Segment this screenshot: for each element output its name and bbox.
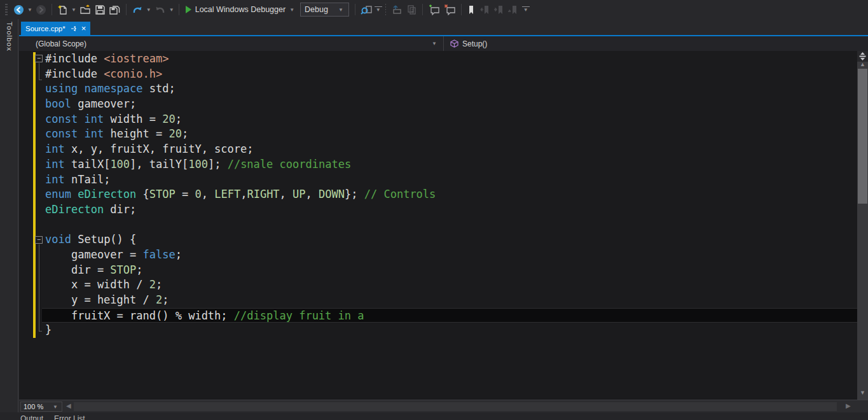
method-cube-icon <box>450 39 458 48</box>
panel-tab-output[interactable]: Output <box>20 414 43 420</box>
fold-toggle-includes[interactable]: − <box>35 55 43 62</box>
document-tab-title: Source.cpp* <box>25 25 65 32</box>
toolbar-overflow-button[interactable]: ▼ <box>522 6 530 13</box>
save-all-icon <box>109 4 121 15</box>
add-item-button[interactable] <box>78 2 93 17</box>
editor-splitter-handle[interactable] <box>857 51 868 62</box>
bookmark-icon <box>467 4 476 15</box>
code-lines: #include <iostream>#include <conio.h>usi… <box>19 52 868 338</box>
fold-guide-setup <box>39 244 39 331</box>
toggle-bookmark-button[interactable] <box>465 2 478 17</box>
code-line[interactable]: } <box>42 323 857 338</box>
save-icon <box>95 4 106 15</box>
solution-config-value: Debug <box>305 5 328 14</box>
code-line[interactable]: enum eDirecton {STOP = 0, LEFT,RIGHT, UP… <box>42 187 857 202</box>
code-line[interactable]: int x, y, fruitX, fruitY, score; <box>42 142 857 157</box>
run-config-dropdown[interactable]: ▼ <box>288 7 296 13</box>
copy-item-icon <box>406 4 417 15</box>
fold-guide-includes <box>39 63 39 80</box>
undo-button[interactable] <box>130 2 145 17</box>
scroll-down-arrow[interactable]: ▼ <box>857 388 868 398</box>
code-editor[interactable]: #include <iostream>#include <conio.h>usi… <box>19 51 868 400</box>
save-all-button[interactable] <box>107 2 123 17</box>
copy-item-button[interactable] <box>404 2 419 17</box>
redo-icon <box>155 4 166 15</box>
attach-process-dropdown[interactable]: ▼ <box>375 6 382 13</box>
save-button[interactable] <box>93 2 107 17</box>
code-line[interactable]: #include <conio.h> <box>42 67 857 82</box>
code-line[interactable]: using namespace std; <box>42 81 857 97</box>
toolbar-grip[interactable] <box>5 4 8 15</box>
prev-bookmark-button[interactable] <box>478 2 492 17</box>
code-line[interactable]: int nTail; <box>42 172 857 188</box>
code-line[interactable]: eDirecton dir; <box>42 202 857 218</box>
bottom-panel-tab-strip: Output Error List <box>0 412 868 420</box>
fold-guide-setup-foot <box>39 331 42 332</box>
new-file-icon <box>57 4 68 15</box>
code-line[interactable]: dir = STOP; <box>42 263 857 278</box>
navigate-back-button[interactable] <box>11 2 26 17</box>
solution-config-combobox[interactable]: Debug ▼ <box>300 3 349 17</box>
remove-comment-icon <box>444 4 456 15</box>
code-line[interactable]: y = height / 2; <box>42 293 857 308</box>
next-bookmark-folder-icon <box>507 4 518 15</box>
next-bookmark-button[interactable] <box>492 2 506 17</box>
navigate-back-icon <box>13 4 24 15</box>
code-line[interactable]: const int width = 20; <box>42 112 857 127</box>
document-tab-strip: Source.cpp* × <box>19 19 868 35</box>
attach-process-icon <box>361 4 373 15</box>
zoom-level-combobox[interactable]: 100 % ▼ <box>20 402 62 412</box>
code-line[interactable]: const int height = 20; <box>42 127 857 142</box>
solution-config-caret: ▼ <box>337 7 345 13</box>
run-config-label: Local Windows Debugger <box>193 5 288 14</box>
scroll-right-arrow[interactable]: ▶ <box>846 402 851 409</box>
navigate-to-file-button[interactable] <box>389 2 404 17</box>
next-bookmark-icon <box>493 4 504 15</box>
code-line[interactable]: int tailX[100], tailY[100]; //snale coor… <box>42 157 857 172</box>
navigation-bar: (Global Scope) ▼ Setup() <box>19 36 868 51</box>
code-line[interactable]: gameover = false; <box>42 248 857 263</box>
redo-dropdown[interactable]: ▼ <box>168 7 176 13</box>
remove-comment-button[interactable] <box>442 2 458 17</box>
navigate-forward-button[interactable] <box>34 2 48 17</box>
document-tab-source-cpp[interactable]: Source.cpp* × <box>21 22 90 35</box>
undo-icon <box>132 4 143 15</box>
fold-guide-includes-foot <box>39 80 42 80</box>
start-debug-button[interactable]: Local Windows Debugger ▼ <box>183 2 298 17</box>
code-line[interactable]: #include <iostream> <box>42 52 857 67</box>
undo-dropdown[interactable]: ▼ <box>145 7 153 13</box>
vertical-scrollbar-thumb[interactable] <box>858 69 867 204</box>
attach-process-button[interactable] <box>359 2 375 17</box>
code-line[interactable]: x = width / 2; <box>42 277 857 293</box>
pin-tab-icon[interactable] <box>71 25 77 32</box>
splitter-icon <box>859 52 866 60</box>
new-file-button[interactable] <box>55 2 70 17</box>
navigate-forward-icon <box>36 4 46 15</box>
horizontal-scrollbar[interactable]: 100 % ▼ ◀ ▶ <box>19 400 868 412</box>
fold-toggle-setup[interactable]: − <box>35 236 43 244</box>
new-file-dropdown[interactable]: ▼ <box>70 7 78 13</box>
toolbox-tab[interactable]: Toolbox <box>6 22 13 52</box>
navigate-back-dropdown[interactable]: ▼ <box>26 7 34 13</box>
add-comment-icon <box>428 4 440 15</box>
close-tab-icon[interactable]: × <box>81 25 86 32</box>
horizontal-scrollbar-thumb[interactable] <box>74 402 837 411</box>
next-bookmark-folder-button[interactable] <box>506 2 520 17</box>
panel-tab-error-list[interactable]: Error List <box>54 414 85 420</box>
member-dropdown[interactable]: Setup() <box>444 36 868 51</box>
code-line[interactable]: bool gameover; <box>42 97 857 112</box>
add-comment-button[interactable] <box>426 2 442 17</box>
play-icon <box>186 6 191 13</box>
zoom-level-value: 100 % <box>24 403 43 410</box>
navigate-to-file-icon <box>391 4 403 15</box>
code-line[interactable]: fruitX = rand() % width; //display fruit… <box>42 308 857 323</box>
scope-dropdown[interactable]: (Global Scope) ▼ <box>19 36 444 51</box>
code-line[interactable] <box>42 218 857 233</box>
code-line[interactable]: void Setup() { <box>42 232 857 248</box>
scope-dropdown-value: (Global Scope) <box>19 39 431 48</box>
redo-button[interactable] <box>153 2 168 17</box>
add-item-icon <box>79 4 91 15</box>
scroll-left-arrow[interactable]: ◀ <box>66 402 71 409</box>
prev-bookmark-icon <box>479 4 490 15</box>
member-dropdown-value: Setup() <box>462 39 487 48</box>
